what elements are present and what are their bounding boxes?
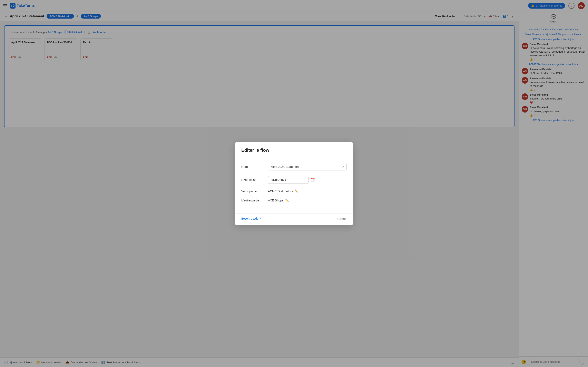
modal-body: Nom ✕ Date limite 📅 xyxy=(235,157,353,213)
form-row-nom: Nom ✕ xyxy=(241,163,347,170)
autre-partie-text: AXE Shops xyxy=(268,199,284,202)
autre-partie-edit-button[interactable]: ✏️ xyxy=(285,199,289,202)
modal-title: Éditer le flow xyxy=(241,148,347,153)
autre-partie-label: L'autre partie xyxy=(241,199,268,202)
modal-header: Éditer le flow xyxy=(235,142,353,157)
form-row-votre-partie: Votre partie ACME Distributors ✏️ xyxy=(241,189,347,193)
autre-partie-value: AXE Shops ✏️ xyxy=(268,199,347,202)
nom-input[interactable] xyxy=(268,163,347,170)
help-link[interactable]: Besoin d'aide ? xyxy=(241,217,261,220)
nom-label: Nom xyxy=(241,165,268,168)
autre-partie-field: AXE Shops ✏️ xyxy=(268,199,347,202)
date-input[interactable] xyxy=(268,176,309,184)
votre-partie-field: ACME Distributors ✏️ xyxy=(268,189,347,193)
votre-partie-text: ACME Distributors xyxy=(268,189,293,193)
nom-input-wrapper: ✕ xyxy=(268,163,347,170)
modal-overlay[interactable]: Éditer le flow Nom ✕ Date limite xyxy=(0,0,588,367)
form-row-date: Date limite 📅 xyxy=(241,176,347,184)
close-button[interactable]: Fermer xyxy=(337,217,347,220)
form-row-autre-partie: L'autre partie AXE Shops ✏️ xyxy=(241,199,347,202)
modal-footer: Besoin d'aide ? Fermer xyxy=(235,213,353,225)
nom-value: ✕ xyxy=(268,163,347,170)
date-limite-label: Date limite xyxy=(241,178,268,182)
votre-partie-edit-button[interactable]: ✏️ xyxy=(295,189,298,193)
votre-partie-label: Votre partie xyxy=(241,189,268,193)
edit-flow-modal: Éditer le flow Nom ✕ Date limite xyxy=(235,142,353,225)
votre-partie-value: ACME Distributors ✏️ xyxy=(268,189,347,193)
date-wrapper: 📅 xyxy=(268,176,347,184)
calendar-button[interactable]: 📅 xyxy=(310,178,315,182)
date-value-field: 📅 xyxy=(268,176,347,184)
nom-clear-button[interactable]: ✕ xyxy=(342,165,345,169)
